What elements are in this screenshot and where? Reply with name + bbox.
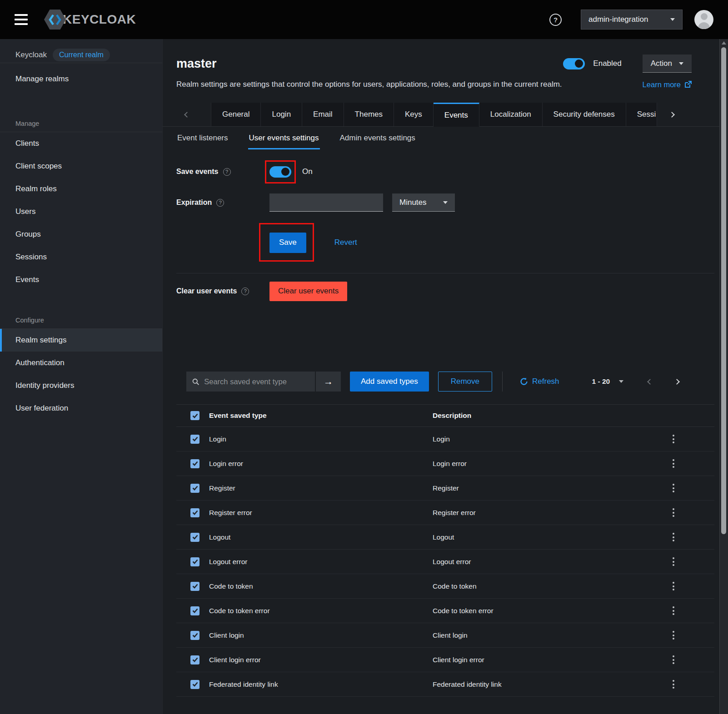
event-type-cell: Register error: [209, 509, 433, 517]
event-type-cell: Login error: [209, 460, 433, 468]
realm-enabled-toggle[interactable]: [563, 58, 585, 69]
help-icon[interactable]: ?: [549, 14, 562, 26]
tab-email[interactable]: Email: [302, 103, 344, 127]
row-checkbox[interactable]: [190, 606, 199, 615]
sidebar-item-realm-settings[interactable]: Realm settings: [0, 329, 162, 352]
hamburger-menu-icon[interactable]: [15, 14, 28, 25]
realm-selector-dropdown[interactable]: admin-integration: [581, 10, 683, 30]
kebab-menu-icon[interactable]: [670, 456, 677, 471]
kebab-menu-icon[interactable]: [670, 432, 677, 446]
sidebar-item-authentication[interactable]: Authentication: [0, 352, 162, 374]
sidebar-item-manage-realms[interactable]: Manage realms: [0, 63, 162, 93]
kebab-menu-icon[interactable]: [670, 677, 677, 691]
row-checkbox[interactable]: [190, 655, 199, 664]
divider: [176, 273, 714, 273]
sidebar-item-users[interactable]: Users: [0, 200, 162, 223]
row-checkbox[interactable]: [190, 557, 199, 566]
kebab-menu-icon[interactable]: [670, 555, 677, 569]
subtab-event-listeners[interactable]: Event listeners: [176, 127, 229, 149]
save-button[interactable]: Save: [269, 233, 306, 253]
sidebar-group-configure: Configure: [0, 312, 162, 328]
clear-user-events-button[interactable]: Clear user events: [269, 282, 347, 301]
sidebar-item-user-federation[interactable]: User federation: [0, 397, 162, 420]
description-cell: Logout error: [433, 558, 633, 566]
sidebar-item-identity-providers[interactable]: Identity providers: [0, 374, 162, 397]
check-icon: [192, 608, 198, 613]
kebab-menu-icon[interactable]: [670, 653, 677, 667]
select-all-checkbox[interactable]: [190, 411, 199, 420]
event-type-cell: Logout error: [209, 558, 433, 566]
pagination-next-icon[interactable]: [675, 378, 679, 385]
tab-sessions-truncated[interactable]: Sessi: [626, 103, 657, 127]
sidebar-item-events[interactable]: Events: [0, 268, 162, 291]
kebab-menu-icon[interactable]: [670, 604, 677, 618]
tab-themes[interactable]: Themes: [344, 103, 394, 127]
tab-security-defenses[interactable]: Security defenses: [543, 103, 626, 127]
help-question-icon[interactable]: ?: [223, 168, 231, 176]
row-checkbox[interactable]: [190, 582, 199, 591]
realm-selector-label: admin-integration: [588, 15, 648, 24]
column-header-description: Description: [433, 412, 633, 420]
refresh-button[interactable]: Refresh: [520, 377, 559, 386]
check-icon: [192, 584, 198, 589]
events-subtabs: Event listeners User events settings Adm…: [163, 127, 728, 149]
check-icon: [192, 682, 198, 687]
sidebar-item-sessions[interactable]: Sessions: [0, 246, 162, 268]
row-checkbox[interactable]: [190, 533, 199, 542]
row-checkbox[interactable]: [190, 459, 199, 468]
kebab-menu-icon[interactable]: [670, 530, 677, 544]
row-checkbox[interactable]: [190, 680, 199, 689]
sidebar-item-clients[interactable]: Clients: [0, 132, 162, 155]
sidebar-item-groups[interactable]: Groups: [0, 223, 162, 246]
kebab-menu-icon[interactable]: [670, 506, 677, 520]
tabs-scroll-left-icon[interactable]: [163, 103, 211, 127]
main-content: master Enabled Action Realm settings are…: [162, 39, 728, 714]
help-question-icon[interactable]: ?: [241, 288, 249, 295]
kebab-menu-icon[interactable]: [670, 579, 677, 593]
revert-button[interactable]: Revert: [334, 238, 357, 247]
remove-button[interactable]: Remove: [438, 372, 492, 392]
annotation-highlight: [269, 166, 291, 178]
expiration-input[interactable]: [269, 193, 383, 212]
action-dropdown[interactable]: Action: [643, 55, 692, 73]
table-row: Logout error Logout error: [176, 550, 714, 574]
sidebar-item-client-scopes[interactable]: Client scopes: [0, 155, 162, 178]
help-question-icon[interactable]: ?: [216, 199, 224, 207]
tab-events[interactable]: Events: [434, 103, 479, 127]
row-checkbox[interactable]: [190, 435, 199, 444]
tab-localization[interactable]: Localization: [479, 103, 543, 127]
search-input[interactable]: [204, 377, 309, 386]
divider: [502, 372, 503, 392]
saved-types-toolbar: → Add saved types Remove Refresh 1 - 20: [176, 372, 714, 392]
description-cell: Login: [433, 435, 633, 443]
table-row: Logout Logout: [176, 525, 714, 550]
tabs-scroll-right-icon[interactable]: [657, 103, 687, 127]
check-icon: [192, 436, 198, 441]
tab-general[interactable]: General: [211, 103, 261, 127]
add-saved-types-button[interactable]: Add saved types: [350, 372, 429, 392]
tab-login[interactable]: Login: [261, 103, 302, 127]
scrollbar-thumb[interactable]: [721, 47, 726, 534]
pagination-range-label: 1 - 20: [592, 377, 610, 386]
kebab-menu-icon[interactable]: [670, 481, 677, 495]
row-checkbox[interactable]: [190, 484, 199, 493]
vertical-scrollbar[interactable]: [719, 39, 728, 714]
user-avatar[interactable]: [694, 10, 713, 29]
tab-keys[interactable]: Keys: [394, 103, 434, 127]
row-checkbox[interactable]: [190, 631, 199, 640]
scrollbar-up-arrow-icon[interactable]: [722, 41, 726, 45]
search-submit-arrow-icon[interactable]: →: [316, 372, 341, 392]
expiration-unit-dropdown[interactable]: Minutes: [392, 193, 455, 212]
row-checkbox[interactable]: [190, 508, 199, 517]
kebab-menu-icon[interactable]: [670, 628, 677, 642]
table-row: Code to token Code to token: [176, 574, 714, 599]
subtab-user-events-settings[interactable]: User events settings: [248, 127, 320, 149]
pagination-dropdown[interactable]: 1 - 20: [592, 377, 624, 386]
save-events-label: Save events: [176, 168, 219, 176]
event-type-cell: Client login error: [209, 656, 433, 664]
pagination-prev-icon[interactable]: [648, 378, 652, 385]
save-events-toggle[interactable]: [269, 166, 291, 178]
learn-more-link[interactable]: Learn more: [643, 80, 692, 89]
subtab-admin-events-settings[interactable]: Admin events settings: [339, 127, 416, 149]
sidebar-item-realm-roles[interactable]: Realm roles: [0, 178, 162, 200]
